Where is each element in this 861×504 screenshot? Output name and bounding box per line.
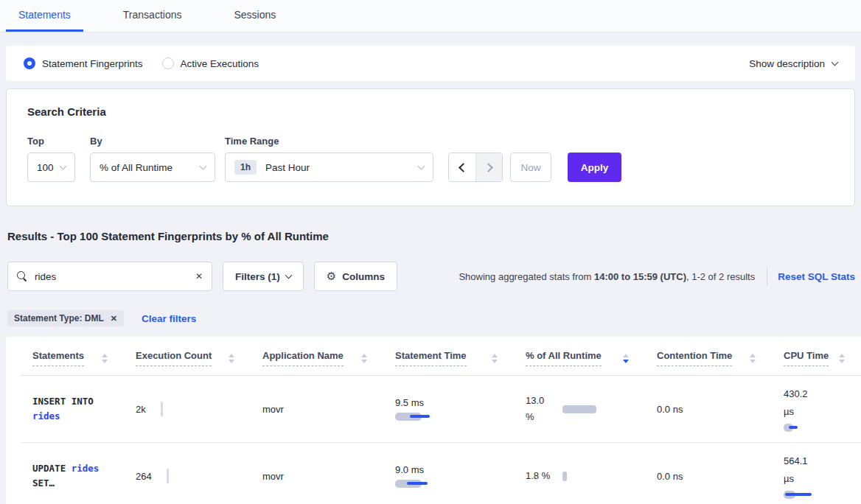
view-radio-group: Statement Fingerprints Active Executions	[24, 57, 259, 69]
filter-chip-row: Statement Type: DML ✕ Clear filters	[7, 310, 861, 326]
sort-icon[interactable]	[102, 354, 108, 363]
col-header-execution-count[interactable]: Execution Count	[124, 337, 251, 376]
application-name-value: movr	[262, 471, 284, 482]
search-input[interactable]	[35, 271, 188, 282]
execution-count-mini-bar	[167, 469, 169, 483]
tab-transactions[interactable]: Transactions	[111, 0, 195, 32]
vertical-divider	[767, 267, 767, 286]
now-button[interactable]: Now	[510, 153, 551, 182]
radio-unselected-icon	[162, 57, 174, 69]
statement-text: UPDATE	[32, 463, 66, 474]
reset-sql-stats-link[interactable]: Reset SQL Stats	[778, 271, 855, 282]
statements-table: Statements Execution Count Application N…	[21, 337, 861, 504]
bar-blue	[785, 493, 812, 496]
sort-icon[interactable]	[361, 354, 367, 363]
time-range-badge: 1h	[234, 160, 257, 175]
time-prev-button[interactable]	[449, 153, 475, 181]
sort-icon[interactable]	[839, 354, 845, 363]
time-range-field: Time Range 1h Past Hour	[225, 136, 433, 182]
stats-suffix: , 1-2 of 2 results	[686, 271, 755, 282]
search-icon	[17, 271, 27, 281]
chevron-down-icon	[200, 162, 207, 169]
col-header-statements[interactable]: Statements	[21, 337, 124, 376]
search-criteria-title: Search Criteria	[27, 105, 834, 118]
now-button-label: Now	[520, 162, 540, 173]
time-range-value: Past Hour	[265, 162, 310, 173]
by-select[interactable]: % of All Runtime	[90, 153, 215, 182]
col-header-pct-all-runtime[interactable]: % of All Runtime	[514, 337, 645, 376]
show-description-label: Show description	[749, 58, 825, 69]
statement-fingerprint-cell[interactable]: UPDATE rides SET…	[21, 443, 124, 504]
show-description-toggle[interactable]: Show description	[749, 58, 837, 69]
top-select[interactable]: 100	[27, 153, 75, 182]
statement-time-value: 9.0 ms	[395, 464, 506, 475]
radio-active-executions-label: Active Executions	[181, 58, 259, 69]
search-clear-icon[interactable]: ✕	[195, 271, 203, 281]
statement-time-value: 9.5 ms	[395, 397, 506, 408]
cpu-time-bar	[784, 423, 835, 433]
cpu-time-value: 564.1 µs	[784, 452, 816, 488]
filters-button-label: Filters (1)	[235, 271, 280, 282]
chevron-down-icon	[418, 162, 425, 169]
col-header-application-name[interactable]: Application Name	[251, 337, 383, 376]
execution-count-value: 264	[136, 471, 152, 482]
statement-fingerprint-cell[interactable]: INSERT INTO rides	[21, 376, 124, 443]
statement-text: SET…	[32, 477, 55, 489]
statement-time-cell: 9.0 ms	[383, 443, 514, 504]
statements-table-card: Statements Execution Count Application N…	[6, 337, 861, 504]
statement-table-link[interactable]: rides	[32, 410, 60, 421]
aggregated-stats-text: Showing aggregated stats from 14:00 to 1…	[459, 271, 755, 282]
application-name-cell: movr	[251, 443, 383, 504]
filter-chip-label: Statement Type: DML	[14, 313, 104, 323]
sort-icon-active[interactable]	[623, 354, 629, 363]
application-name-value: movr	[262, 404, 284, 415]
time-range-select[interactable]: 1h Past Hour	[225, 153, 433, 182]
sort-icon[interactable]	[750, 354, 756, 363]
execution-count-mini-bar	[161, 402, 163, 416]
tab-statements[interactable]: Statements	[6, 0, 83, 32]
statement-time-cell: 9.5 ms	[383, 376, 514, 443]
filter-chip-statement-type[interactable]: Statement Type: DML ✕	[7, 310, 124, 326]
results-toolbar: ✕ Filters (1) ⚙ Columns Showing aggregat…	[7, 262, 855, 291]
contention-time-cell: 0.0 ns	[645, 376, 772, 443]
sort-icon[interactable]	[229, 354, 234, 363]
statement-time-bar	[395, 412, 447, 421]
apply-button[interactable]: Apply	[568, 153, 621, 182]
contention-time-value: 0.0 ns	[657, 404, 683, 415]
columns-button-label: Columns	[342, 271, 385, 282]
top-select-value: 100	[37, 162, 54, 173]
chip-close-icon[interactable]: ✕	[111, 314, 117, 323]
col-header-statement-time[interactable]: Statement Time	[383, 337, 514, 376]
radio-statement-fingerprints-label: Statement Fingerprints	[42, 58, 143, 69]
cpu-time-cell: 564.1 µs	[772, 443, 861, 504]
radio-active-executions[interactable]: Active Executions	[162, 57, 259, 69]
time-nav-group	[448, 153, 503, 182]
columns-button[interactable]: ⚙ Columns	[314, 262, 397, 291]
stats-prefix: Showing aggregated stats from	[459, 271, 594, 282]
statement-row: INSERT INTO rides 2k movr 9.5 ms	[21, 376, 861, 443]
time-next-button[interactable]	[475, 153, 502, 181]
sort-icon[interactable]	[492, 354, 498, 363]
cpu-time-value: 430.2 µs	[784, 385, 816, 421]
search-criteria-card: Search Criteria Top 100 By % of All Runt…	[6, 88, 855, 206]
tab-sessions[interactable]: Sessions	[221, 0, 288, 32]
col-header-cpu-time[interactable]: CPU Time	[772, 337, 861, 376]
chevron-left-icon	[459, 163, 468, 172]
runtime-bar	[562, 472, 567, 481]
col-header-contention-time[interactable]: Contention Time	[645, 337, 772, 376]
clear-filters-link[interactable]: Clear filters	[142, 313, 196, 324]
execution-count-value: 2k	[136, 404, 146, 415]
search-criteria-form: Top 100 By % of All Runtime Time Range 1…	[27, 136, 834, 182]
filters-button[interactable]: Filters (1)	[223, 262, 304, 291]
top-label: Top	[27, 136, 75, 147]
search-box: ✕	[7, 262, 212, 291]
runtime-bar	[562, 405, 596, 413]
view-toggle-band: Statement Fingerprints Active Executions…	[6, 46, 855, 81]
statement-table-link[interactable]: rides	[72, 463, 100, 474]
gear-icon: ⚙	[327, 270, 336, 283]
bar-blue	[410, 415, 430, 418]
contention-time-cell: 0.0 ns	[645, 443, 772, 504]
radio-statement-fingerprints[interactable]: Statement Fingerprints	[24, 57, 143, 69]
stats-time-range: 14:00 to 15:59 (UTC)	[594, 271, 686, 282]
runtime-pct-value: 13.0 %	[526, 393, 554, 425]
